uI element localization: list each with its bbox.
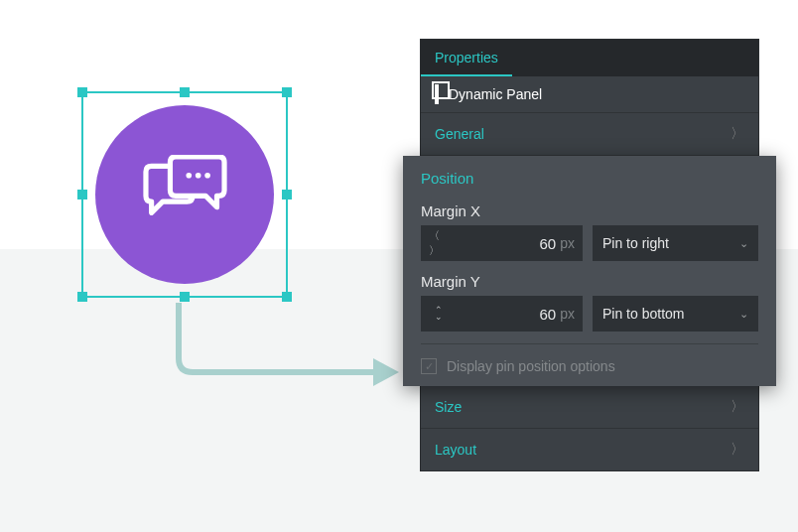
section-position-expanded: Position Margin X 〈 〉 px Pin to right ⌄ … [403, 156, 776, 386]
section-size[interactable]: Size 〉 [421, 386, 758, 428]
margin-x-unit: px [560, 235, 575, 251]
display-pin-options-checkbox[interactable]: ✓ [421, 358, 437, 374]
margin-y-input[interactable]: ⌃⌄ px [421, 296, 583, 332]
resize-handle-nw[interactable] [77, 87, 87, 97]
section-label: Position [421, 170, 758, 187]
chevron-right-icon: 〉 [731, 125, 744, 143]
margin-y-pin-select[interactable]: Pin to bottom ⌄ [593, 296, 758, 332]
selected-element-name: Dynamic Panel [449, 86, 542, 102]
section-label: Layout [435, 442, 476, 458]
vertical-stepper-icon[interactable]: ⌃⌄ [429, 307, 449, 321]
svg-point-2 [204, 173, 210, 179]
chevron-right-icon: 〉 [731, 441, 744, 459]
margin-x-value[interactable] [449, 235, 560, 252]
resize-handle-e[interactable] [282, 190, 292, 200]
svg-point-0 [186, 173, 192, 179]
margin-y-unit: px [560, 306, 575, 322]
resize-handle-sw[interactable] [77, 292, 87, 302]
resize-handle-n[interactable] [180, 87, 190, 97]
selection-bounding-box[interactable] [81, 91, 288, 298]
margin-x-pin-select[interactable]: Pin to right ⌄ [593, 225, 758, 261]
chevron-right-icon: 〉 [731, 398, 744, 416]
resize-handle-w[interactable] [77, 190, 87, 200]
section-layout[interactable]: Layout 〉 [421, 429, 758, 470]
selected-element-header: Dynamic Panel [421, 76, 758, 112]
margin-y-pin-value: Pin to bottom [602, 306, 685, 322]
horizontal-stepper-icon[interactable]: 〈 〉 [429, 228, 449, 258]
chat-widget-element[interactable] [95, 105, 274, 284]
margin-x-label: Margin X [421, 202, 758, 219]
section-label: Size [435, 399, 462, 415]
margin-y-label: Margin Y [421, 273, 758, 290]
svg-point-1 [195, 173, 200, 179]
section-general[interactable]: General 〉 [421, 113, 758, 155]
resize-handle-s[interactable] [180, 292, 190, 302]
margin-x-input[interactable]: 〈 〉 px [421, 225, 583, 261]
section-label: General [435, 126, 484, 142]
resize-handle-ne[interactable] [282, 87, 292, 97]
display-pin-options-label: Display pin position options [447, 358, 615, 374]
properties-panel: Properties Dynamic Panel General 〉 Posit… [421, 40, 758, 470]
margin-x-pin-value: Pin to right [602, 235, 669, 251]
display-pin-options-row[interactable]: ✓ Display pin position options [421, 343, 758, 374]
panel-tab-strip: Properties [421, 40, 758, 76]
chevron-down-icon: ⌄ [739, 308, 748, 321]
resize-handle-se[interactable] [282, 292, 292, 302]
margin-y-value[interactable] [449, 306, 560, 323]
dynamic-panel-icon [435, 86, 439, 102]
chat-bubbles-icon [138, 155, 232, 234]
chevron-down-icon: ⌄ [739, 237, 748, 250]
tab-properties[interactable]: Properties [421, 40, 512, 76]
